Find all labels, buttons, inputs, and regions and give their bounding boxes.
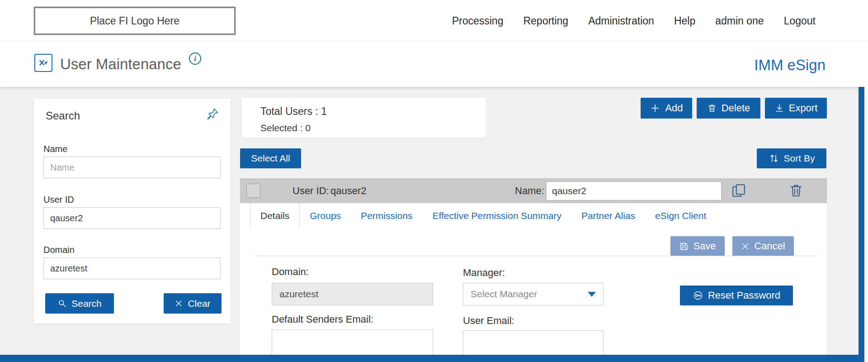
search-userid-input[interactable]	[43, 207, 221, 229]
nav-reporting[interactable]: Reporting	[523, 15, 568, 27]
clear-button-label: Clear	[188, 298, 210, 309]
search-name-input[interactable]	[43, 157, 221, 178]
esign-app-icon	[34, 54, 52, 72]
selected-count-text: Selected : 0	[260, 123, 311, 133]
nav-processing[interactable]: Processing	[452, 15, 504, 27]
tab-partner-alias[interactable]: Partner Alias	[571, 203, 645, 229]
brand-title: IMM eSign	[754, 57, 826, 74]
pin-icon[interactable]	[205, 107, 220, 121]
tab-effective-permission-summary[interactable]: Effective Permission Summary	[422, 203, 571, 229]
page: Place FI Logo Here Processing Reporting …	[0, 0, 868, 362]
domain-field-label: Domain:	[272, 266, 309, 278]
manager-field-label: Manager:	[463, 267, 505, 279]
save-button[interactable]: Save	[670, 236, 725, 256]
manager-select[interactable]: Select Manager	[463, 283, 604, 305]
copy-user-icon[interactable]	[731, 182, 748, 200]
delete-button[interactable]: Delete	[697, 98, 760, 119]
nav-logout[interactable]: Logout	[784, 15, 816, 27]
cancel-button-label: Cancel	[754, 240, 785, 252]
close-icon	[741, 242, 750, 251]
cancel-button[interactable]: Cancel	[732, 236, 794, 256]
export-button-label: Export	[789, 102, 818, 114]
user-row-checkbox[interactable]	[246, 184, 260, 198]
close-icon	[175, 299, 183, 308]
top-nav: Processing Reporting Administration Help…	[452, 0, 816, 42]
nav-administration[interactable]: Administration	[588, 15, 654, 27]
nav-admin-user[interactable]: admin one	[715, 15, 764, 27]
download-icon	[774, 103, 784, 113]
name-input[interactable]	[546, 181, 722, 200]
fi-logo-placeholder: Place FI Logo Here	[34, 7, 236, 35]
scrollbar-gutter	[864, 87, 868, 362]
page-title: User Maintenance	[60, 56, 181, 73]
search-panel-title: Search	[46, 110, 80, 122]
trash-icon	[707, 103, 717, 113]
tab-details[interactable]: Details	[250, 203, 300, 229]
search-panel: Search Name User ID Domain Search Clear	[34, 99, 231, 324]
search-domain-input[interactable]	[43, 257, 221, 279]
delete-user-icon[interactable]	[788, 182, 805, 200]
search-icon	[57, 299, 67, 308]
sort-by-label: Sort By	[784, 153, 815, 164]
search-domain-label: Domain	[43, 245, 75, 255]
search-button-label: Search	[71, 298, 102, 309]
total-users-text: Total Users : 1	[260, 105, 327, 118]
sort-by-button[interactable]: Sort By	[757, 148, 826, 168]
save-floppy-icon	[679, 242, 689, 251]
search-button[interactable]: Search	[45, 293, 114, 314]
clear-button[interactable]: Clear	[164, 293, 222, 314]
section-divider	[255, 256, 818, 256]
save-button-label: Save	[693, 240, 716, 252]
name-label-text: Name:	[515, 185, 544, 196]
top-bar: Place FI Logo Here Processing Reporting …	[0, 0, 868, 42]
user-email-label: User Email:	[463, 315, 514, 327]
tab-esign-client[interactable]: eSign Client	[645, 203, 716, 229]
domain-field	[272, 283, 433, 305]
nav-help[interactable]: Help	[674, 15, 695, 27]
manager-select-value: Select Manager	[471, 289, 537, 300]
chevron-down-icon	[588, 292, 596, 297]
fi-logo-text: Place FI Logo Here	[90, 15, 179, 27]
tab-permissions[interactable]: Permissions	[351, 203, 422, 229]
bottom-accent-bar	[0, 355, 868, 362]
name-label: Name: *	[515, 185, 551, 197]
add-button-label: Add	[665, 102, 683, 114]
search-name-label: Name	[43, 144, 67, 154]
tab-groups[interactable]: Groups	[300, 203, 351, 229]
search-userid-label: User ID	[43, 195, 74, 205]
reset-password-label: Reset Password	[708, 290, 780, 301]
info-icon[interactable]: i	[189, 52, 201, 65]
add-button[interactable]: Add	[641, 98, 692, 119]
export-button[interactable]: Export	[765, 98, 827, 119]
key-icon	[693, 290, 703, 301]
select-all-label: Select All	[251, 153, 290, 164]
user-id-label: User ID:	[292, 185, 329, 197]
select-all-button[interactable]: Select All	[240, 148, 301, 168]
vertical-scrollbar[interactable]	[859, 87, 864, 362]
detail-tabs: Details Groups Permissions Effective Per…	[250, 203, 716, 229]
sort-arrows-icon	[769, 153, 779, 164]
signature-x-icon	[38, 57, 49, 69]
user-detail-panel: User ID: qauser2 Name: * Details Groups …	[240, 178, 827, 362]
title-bar: User Maintenance i IMM eSign	[0, 42, 868, 87]
results-summary-card: Total Users : 1 Selected : 0	[242, 98, 486, 138]
default-senders-email-label: Default Senders Email:	[272, 314, 373, 325]
user-id-value: qauser2	[330, 185, 367, 197]
reset-password-button[interactable]: Reset Password	[680, 286, 793, 305]
delete-button-label: Delete	[722, 102, 750, 114]
plus-icon	[650, 103, 660, 114]
